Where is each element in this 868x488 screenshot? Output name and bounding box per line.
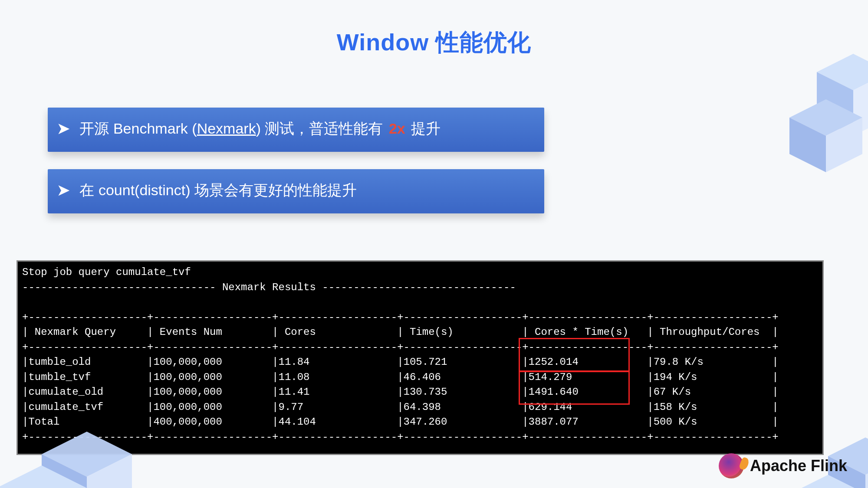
bullet-2-text: 在 count(distinct) 场景会有更好的性能提升 <box>79 182 357 198</box>
svg-marker-9 <box>789 99 862 136</box>
bullet-1-highlight-2x: 2x <box>387 120 407 137</box>
slide-title: Window 性能优化 <box>0 27 868 59</box>
svg-marker-14 <box>865 456 868 488</box>
bullet-1-text-mid: ) 测试，普适性能有 <box>256 120 387 137</box>
svg-marker-6 <box>817 54 868 90</box>
bullet-1-text-pre: 开源 Benchmark ( <box>79 120 197 137</box>
svg-marker-11 <box>826 118 862 172</box>
svg-marker-1 <box>42 454 87 488</box>
bullet-arrow-icon: ➤ <box>57 120 69 137</box>
svg-marker-2 <box>87 454 132 488</box>
bullet-1-link-nexmark[interactable]: Nexmark <box>197 120 256 137</box>
flink-squirrel-icon <box>719 453 744 478</box>
bullet-2: ➤ 在 count(distinct) 场景会有更好的性能提升 <box>48 169 544 213</box>
svg-marker-10 <box>789 118 826 172</box>
bullet-1-text-post: 提升 <box>407 120 441 137</box>
brand-logo: Apache Flink <box>719 453 847 478</box>
brand-name: Apache Flink <box>750 457 847 475</box>
bullet-1: ➤ 开源 Benchmark (Nexmark) 测试，普适性能有 2x 提升 <box>48 108 544 152</box>
terminal-output: Stop job query cumulate_tvf ------------… <box>16 260 824 455</box>
svg-marker-8 <box>853 72 868 136</box>
bullet-arrow-icon: ➤ <box>57 182 69 198</box>
svg-marker-3 <box>0 465 87 488</box>
svg-marker-7 <box>817 72 853 136</box>
